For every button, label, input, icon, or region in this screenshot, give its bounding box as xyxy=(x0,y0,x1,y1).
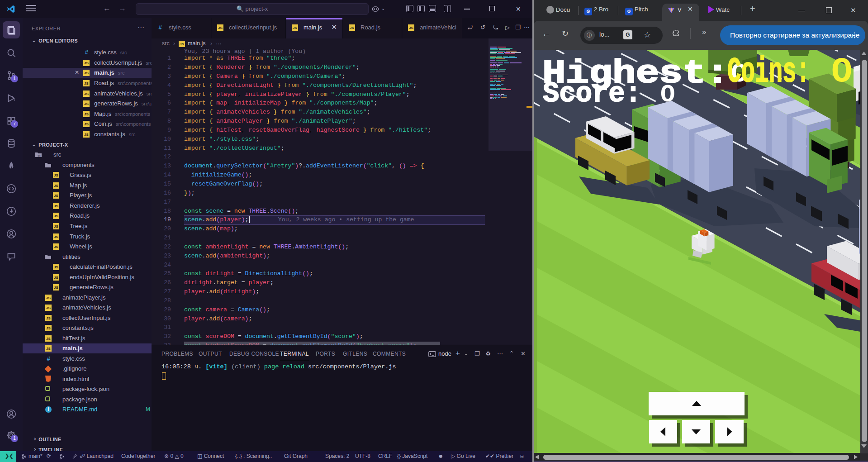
svg-text:O: O xyxy=(831,52,852,92)
svg-text:O: O xyxy=(660,81,675,109)
svg-text:<>: <> xyxy=(38,155,41,158)
svg-text:Score:: Score: xyxy=(543,78,641,110)
svg-text:Coins:: Coins: xyxy=(727,52,810,92)
